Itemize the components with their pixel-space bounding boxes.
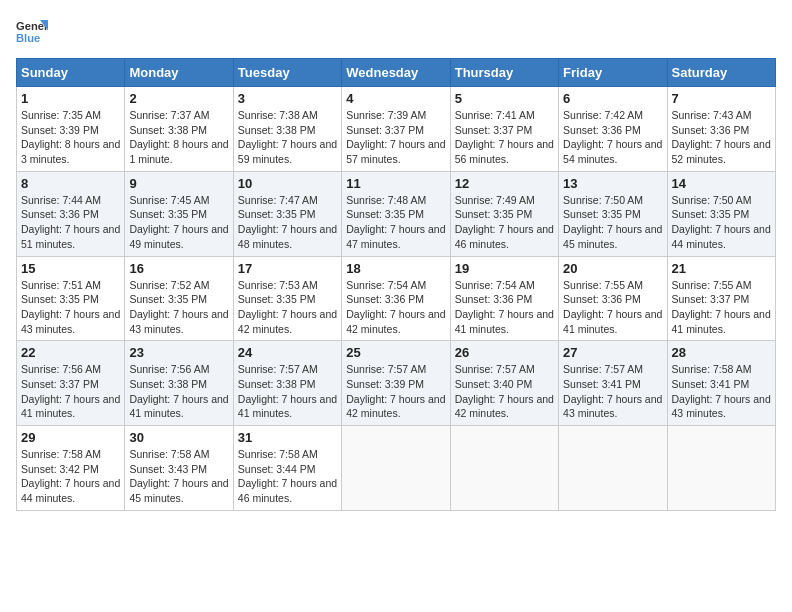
week-row-1: 1Sunrise: 7:35 AMSunset: 3:39 PMDaylight…	[17, 87, 776, 172]
day-cell-31: 31Sunrise: 7:58 AMSunset: 3:44 PMDayligh…	[233, 426, 341, 511]
weekday-saturday: Saturday	[667, 59, 775, 87]
day-info: Sunrise: 7:50 AMSunset: 3:35 PMDaylight:…	[672, 193, 771, 252]
day-info: Sunrise: 7:52 AMSunset: 3:35 PMDaylight:…	[129, 278, 228, 337]
day-cell-16: 16Sunrise: 7:52 AMSunset: 3:35 PMDayligh…	[125, 256, 233, 341]
day-info: Sunrise: 7:58 AMSunset: 3:41 PMDaylight:…	[672, 362, 771, 421]
day-cell-12: 12Sunrise: 7:49 AMSunset: 3:35 PMDayligh…	[450, 171, 558, 256]
day-cell-9: 9Sunrise: 7:45 AMSunset: 3:35 PMDaylight…	[125, 171, 233, 256]
day-number: 21	[672, 261, 771, 276]
day-number: 23	[129, 345, 228, 360]
day-info: Sunrise: 7:35 AMSunset: 3:39 PMDaylight:…	[21, 108, 120, 167]
day-info: Sunrise: 7:54 AMSunset: 3:36 PMDaylight:…	[455, 278, 554, 337]
day-info: Sunrise: 7:55 AMSunset: 3:37 PMDaylight:…	[672, 278, 771, 337]
empty-cell	[559, 426, 667, 511]
day-cell-30: 30Sunrise: 7:58 AMSunset: 3:43 PMDayligh…	[125, 426, 233, 511]
empty-cell	[450, 426, 558, 511]
day-cell-29: 29Sunrise: 7:58 AMSunset: 3:42 PMDayligh…	[17, 426, 125, 511]
day-info: Sunrise: 7:41 AMSunset: 3:37 PMDaylight:…	[455, 108, 554, 167]
day-number: 24	[238, 345, 337, 360]
empty-cell	[667, 426, 775, 511]
day-info: Sunrise: 7:56 AMSunset: 3:38 PMDaylight:…	[129, 362, 228, 421]
day-info: Sunrise: 7:44 AMSunset: 3:36 PMDaylight:…	[21, 193, 120, 252]
day-info: Sunrise: 7:58 AMSunset: 3:43 PMDaylight:…	[129, 447, 228, 506]
day-number: 28	[672, 345, 771, 360]
day-cell-13: 13Sunrise: 7:50 AMSunset: 3:35 PMDayligh…	[559, 171, 667, 256]
day-number: 30	[129, 430, 228, 445]
day-cell-6: 6Sunrise: 7:42 AMSunset: 3:36 PMDaylight…	[559, 87, 667, 172]
day-number: 17	[238, 261, 337, 276]
day-cell-28: 28Sunrise: 7:58 AMSunset: 3:41 PMDayligh…	[667, 341, 775, 426]
day-number: 14	[672, 176, 771, 191]
day-cell-15: 15Sunrise: 7:51 AMSunset: 3:35 PMDayligh…	[17, 256, 125, 341]
week-row-3: 15Sunrise: 7:51 AMSunset: 3:35 PMDayligh…	[17, 256, 776, 341]
day-number: 10	[238, 176, 337, 191]
day-cell-21: 21Sunrise: 7:55 AMSunset: 3:37 PMDayligh…	[667, 256, 775, 341]
day-number: 22	[21, 345, 120, 360]
day-info: Sunrise: 7:50 AMSunset: 3:35 PMDaylight:…	[563, 193, 662, 252]
day-info: Sunrise: 7:56 AMSunset: 3:37 PMDaylight:…	[21, 362, 120, 421]
day-number: 7	[672, 91, 771, 106]
day-cell-19: 19Sunrise: 7:54 AMSunset: 3:36 PMDayligh…	[450, 256, 558, 341]
day-info: Sunrise: 7:57 AMSunset: 3:40 PMDaylight:…	[455, 362, 554, 421]
day-info: Sunrise: 7:45 AMSunset: 3:35 PMDaylight:…	[129, 193, 228, 252]
weekday-wednesday: Wednesday	[342, 59, 450, 87]
day-number: 3	[238, 91, 337, 106]
day-info: Sunrise: 7:49 AMSunset: 3:35 PMDaylight:…	[455, 193, 554, 252]
day-cell-11: 11Sunrise: 7:48 AMSunset: 3:35 PMDayligh…	[342, 171, 450, 256]
day-cell-5: 5Sunrise: 7:41 AMSunset: 3:37 PMDaylight…	[450, 87, 558, 172]
day-number: 25	[346, 345, 445, 360]
day-info: Sunrise: 7:57 AMSunset: 3:41 PMDaylight:…	[563, 362, 662, 421]
week-row-5: 29Sunrise: 7:58 AMSunset: 3:42 PMDayligh…	[17, 426, 776, 511]
day-number: 5	[455, 91, 554, 106]
weekday-header-row: SundayMondayTuesdayWednesdayThursdayFrid…	[17, 59, 776, 87]
day-cell-22: 22Sunrise: 7:56 AMSunset: 3:37 PMDayligh…	[17, 341, 125, 426]
day-cell-20: 20Sunrise: 7:55 AMSunset: 3:36 PMDayligh…	[559, 256, 667, 341]
day-info: Sunrise: 7:58 AMSunset: 3:44 PMDaylight:…	[238, 447, 337, 506]
day-number: 15	[21, 261, 120, 276]
day-info: Sunrise: 7:43 AMSunset: 3:36 PMDaylight:…	[672, 108, 771, 167]
week-row-2: 8Sunrise: 7:44 AMSunset: 3:36 PMDaylight…	[17, 171, 776, 256]
weekday-monday: Monday	[125, 59, 233, 87]
day-cell-18: 18Sunrise: 7:54 AMSunset: 3:36 PMDayligh…	[342, 256, 450, 341]
day-number: 6	[563, 91, 662, 106]
day-info: Sunrise: 7:53 AMSunset: 3:35 PMDaylight:…	[238, 278, 337, 337]
day-number: 13	[563, 176, 662, 191]
day-number: 18	[346, 261, 445, 276]
day-number: 26	[455, 345, 554, 360]
day-info: Sunrise: 7:48 AMSunset: 3:35 PMDaylight:…	[346, 193, 445, 252]
day-number: 4	[346, 91, 445, 106]
day-number: 19	[455, 261, 554, 276]
day-cell-23: 23Sunrise: 7:56 AMSunset: 3:38 PMDayligh…	[125, 341, 233, 426]
weekday-friday: Friday	[559, 59, 667, 87]
day-info: Sunrise: 7:39 AMSunset: 3:37 PMDaylight:…	[346, 108, 445, 167]
day-number: 11	[346, 176, 445, 191]
day-info: Sunrise: 7:47 AMSunset: 3:35 PMDaylight:…	[238, 193, 337, 252]
day-number: 1	[21, 91, 120, 106]
day-info: Sunrise: 7:38 AMSunset: 3:38 PMDaylight:…	[238, 108, 337, 167]
day-info: Sunrise: 7:37 AMSunset: 3:38 PMDaylight:…	[129, 108, 228, 167]
day-cell-26: 26Sunrise: 7:57 AMSunset: 3:40 PMDayligh…	[450, 341, 558, 426]
day-info: Sunrise: 7:57 AMSunset: 3:39 PMDaylight:…	[346, 362, 445, 421]
day-number: 27	[563, 345, 662, 360]
logo-icon: General Blue	[16, 16, 48, 48]
page-header: General Blue	[16, 16, 776, 48]
day-number: 9	[129, 176, 228, 191]
day-info: Sunrise: 7:58 AMSunset: 3:42 PMDaylight:…	[21, 447, 120, 506]
day-cell-1: 1Sunrise: 7:35 AMSunset: 3:39 PMDaylight…	[17, 87, 125, 172]
day-info: Sunrise: 7:57 AMSunset: 3:38 PMDaylight:…	[238, 362, 337, 421]
day-cell-8: 8Sunrise: 7:44 AMSunset: 3:36 PMDaylight…	[17, 171, 125, 256]
day-cell-10: 10Sunrise: 7:47 AMSunset: 3:35 PMDayligh…	[233, 171, 341, 256]
day-number: 12	[455, 176, 554, 191]
weekday-thursday: Thursday	[450, 59, 558, 87]
day-cell-4: 4Sunrise: 7:39 AMSunset: 3:37 PMDaylight…	[342, 87, 450, 172]
day-cell-27: 27Sunrise: 7:57 AMSunset: 3:41 PMDayligh…	[559, 341, 667, 426]
day-cell-17: 17Sunrise: 7:53 AMSunset: 3:35 PMDayligh…	[233, 256, 341, 341]
day-number: 8	[21, 176, 120, 191]
day-cell-7: 7Sunrise: 7:43 AMSunset: 3:36 PMDaylight…	[667, 87, 775, 172]
calendar-table: SundayMondayTuesdayWednesdayThursdayFrid…	[16, 58, 776, 511]
day-info: Sunrise: 7:51 AMSunset: 3:35 PMDaylight:…	[21, 278, 120, 337]
day-number: 2	[129, 91, 228, 106]
day-cell-2: 2Sunrise: 7:37 AMSunset: 3:38 PMDaylight…	[125, 87, 233, 172]
day-number: 31	[238, 430, 337, 445]
day-cell-14: 14Sunrise: 7:50 AMSunset: 3:35 PMDayligh…	[667, 171, 775, 256]
